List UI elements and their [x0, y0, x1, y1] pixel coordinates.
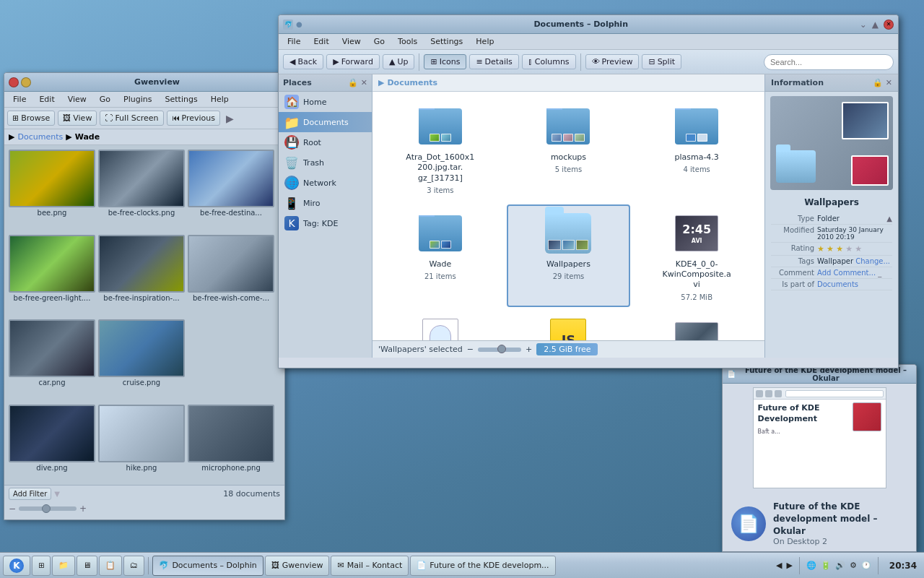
thumb-car[interactable]: car.png	[9, 319, 95, 402]
folder-photos-atra	[430, 134, 451, 142]
places-network[interactable]: 🌐 Network	[279, 173, 372, 193]
columns-button[interactable]: ⫿ Columns	[522, 54, 576, 69]
thumb-destina[interactable]: be-free-destina...	[188, 150, 274, 232]
places-home[interactable]: 🏠 Home	[279, 92, 372, 112]
places-root[interactable]: 💾 Root	[279, 132, 372, 152]
thumb-micro[interactable]: microphone.png	[188, 405, 274, 487]
places-miro[interactable]: 📱 Miro	[279, 193, 372, 213]
menu-help[interactable]: Help	[470, 35, 500, 48]
places-kde-tag[interactable]: K Tag: KDE	[279, 213, 372, 233]
forward-button[interactable]: ▶ Forward	[326, 54, 380, 69]
app-button-2[interactable]: 📋	[99, 556, 122, 576]
menu-plugins[interactable]: Plugins	[118, 93, 157, 105]
thumb-clocks[interactable]: be-free-clocks.png	[98, 150, 185, 232]
star-1[interactable]: ★	[817, 244, 824, 254]
app-button-1[interactable]: 🖥	[77, 556, 97, 576]
thumb-inspire[interactable]: be-free-inspiration-...	[98, 235, 185, 317]
back-button[interactable]: ◀ Back	[283, 54, 323, 69]
menu-file[interactable]: File	[7, 93, 32, 105]
thumb-bee[interactable]: bee.png	[9, 150, 95, 232]
places-lock-icon[interactable]: 🔒	[348, 78, 358, 87]
app-button-3[interactable]: 🗂	[123, 556, 144, 576]
path-documents[interactable]: Documents	[387, 78, 437, 87]
taskbar-okular[interactable]: 📄 Future of the KDE developm...	[410, 556, 555, 576]
star-5[interactable]: ★	[855, 244, 862, 254]
file-plasma[interactable]: plasma-4.3 4 items	[635, 98, 759, 200]
zoom-in-icon[interactable]: +	[79, 504, 87, 514]
places-trash[interactable]: 🗑️ Trash	[279, 152, 372, 173]
zoom-slider[interactable]	[19, 506, 77, 511]
menu-edit[interactable]: Edit	[308, 35, 334, 48]
breadcrumb-documents[interactable]: Documents	[17, 132, 63, 142]
places-close-icon[interactable]: ✕	[361, 78, 367, 87]
taskbar-dolphin[interactable]: 🐬 Documents – Dolphin	[152, 556, 263, 576]
previous-button[interactable]: ⏮ Previous	[167, 111, 221, 126]
star-4[interactable]: ★	[845, 244, 853, 254]
menu-settings[interactable]: Settings	[424, 35, 468, 48]
file-wade[interactable]: Wade 21 items	[378, 204, 502, 307]
file-wallpapers[interactable]: Wallpapers 29 items	[507, 204, 631, 307]
taskbar-kontact[interactable]: ✉ Mail – Kontact	[331, 556, 409, 576]
thumb-dive[interactable]: dive.png	[9, 405, 95, 487]
places-panel: Places 🔒 ✕ 🏠 Home 📁 Documents 💾 Root 🗑️	[279, 74, 372, 358]
search-input[interactable]	[764, 54, 894, 70]
sound-tray-icon[interactable]: 🔊	[835, 561, 845, 570]
pager-button[interactable]: ⊞	[32, 556, 51, 576]
star-2[interactable]: ★	[827, 244, 834, 254]
info-lock-icon[interactable]: 🔒	[873, 78, 883, 87]
taskbar-gwenview[interactable]: 🖼 Gwenview	[265, 556, 330, 576]
thumb-img-inspire	[98, 235, 185, 293]
menu-go[interactable]: Go	[94, 93, 116, 105]
zoom-out-icon[interactable]: −	[9, 504, 16, 514]
zoom-plus[interactable]: +	[526, 345, 532, 354]
scroll-right-icon[interactable]: ▶	[786, 561, 792, 570]
split-button[interactable]: ⊟ Split	[642, 54, 681, 69]
expand-type-icon[interactable]: ▲	[886, 215, 892, 223]
places-documents[interactable]: 📁 Documents	[279, 112, 372, 132]
fullscreen-button[interactable]: ⛶ Full Screen	[100, 111, 163, 126]
thumb-green[interactable]: be-free-green-light....	[9, 235, 95, 317]
network-tray-icon[interactable]: 🌐	[806, 561, 816, 570]
zoom-slider[interactable]	[478, 348, 521, 352]
close-button[interactable]	[9, 77, 19, 87]
zoom-minus[interactable]: −	[467, 345, 474, 354]
menu-edit[interactable]: Edit	[33, 93, 60, 105]
dolphin-close-button[interactable]: ✕	[884, 20, 894, 30]
menu-view[interactable]: View	[62, 93, 92, 105]
kde-start-button[interactable]: K	[3, 556, 30, 576]
menu-tools[interactable]: Tools	[392, 35, 423, 48]
add-filter-button[interactable]: Add Filter	[9, 488, 51, 500]
thumb-cruise[interactable]: cruise.png	[98, 319, 185, 402]
file-mockups[interactable]: mockups 5 items	[507, 98, 631, 200]
menu-go[interactable]: Go	[368, 35, 391, 48]
thumb-wish[interactable]: be-free-wish-come-...	[188, 235, 274, 317]
okular-doc-location: On Desktop 2	[773, 537, 907, 546]
star-3[interactable]: ★	[836, 244, 843, 254]
file-atra[interactable]: Atra_Dot_1600x1200.jpg.tar.gz_[31731] 3 …	[378, 98, 502, 200]
scroll-left-icon[interactable]: ◀	[776, 561, 782, 570]
icons-button[interactable]: ⊞ Icons	[424, 54, 466, 69]
dolphin-body: Places 🔒 ✕ 🏠 Home 📁 Documents 💾 Root 🗑️	[279, 74, 898, 358]
arrow-up-icon[interactable]: ▲	[872, 20, 879, 30]
expand-icon[interactable]: ⌄	[860, 20, 867, 30]
up-button[interactable]: ▲ Up	[383, 54, 415, 69]
info-close-icon[interactable]: ✕	[886, 78, 892, 87]
browse-button[interactable]: ⊞ Browse	[7, 111, 55, 126]
details-button[interactable]: ≡ Details	[469, 54, 518, 69]
file-avi[interactable]: 2:45 AVI KDE4_0_0-KwinComposite.avi 57.2…	[635, 204, 759, 307]
partof-link[interactable]: Documents	[817, 280, 858, 288]
files-button[interactable]: 📁	[52, 556, 75, 576]
thumb-hike[interactable]: hike.png	[98, 405, 185, 487]
menu-file[interactable]: File	[282, 35, 306, 48]
settings-tray-icon[interactable]: ⚙	[850, 561, 857, 570]
menu-help[interactable]: Help	[205, 93, 235, 105]
menu-view[interactable]: View	[336, 35, 367, 48]
add-comment-link[interactable]: Add Comment...	[817, 269, 876, 277]
minimize-button[interactable]	[21, 77, 31, 87]
tags-change-link[interactable]: Change...	[855, 257, 890, 265]
file-name-atra: Atra_Dot_1600x1200.jpg.tar.gz_[31731]	[404, 152, 476, 184]
file-icon-plasma	[674, 103, 720, 150]
menu-settings[interactable]: Settings	[160, 93, 204, 105]
view-button[interactable]: 🖼 View	[58, 111, 97, 126]
preview-button[interactable]: 👁 Preview	[585, 54, 640, 69]
